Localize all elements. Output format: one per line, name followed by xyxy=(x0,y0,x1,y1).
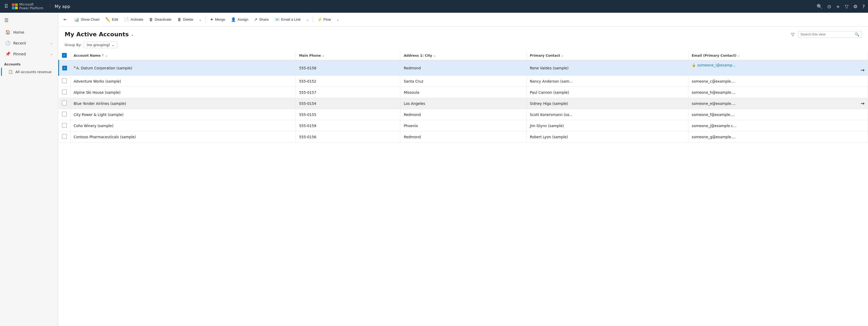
row-main-phone: 555-0157 xyxy=(296,87,401,98)
waffle-icon[interactable]: ⠿ xyxy=(3,2,9,10)
more-actions-chevron-2[interactable]: ⌄ xyxy=(304,16,311,23)
row-checkbox[interactable] xyxy=(62,78,67,83)
row-account-name: Alpine Ski House (sample) xyxy=(70,87,296,98)
assign-label: Assign xyxy=(238,18,248,22)
edit-button[interactable]: ✏️ Edit xyxy=(103,15,121,24)
circle-check-icon[interactable]: ⊙ xyxy=(827,4,831,9)
row-checkbox-cell[interactable] xyxy=(59,131,70,142)
col-account-chevron-icon: ⌄ xyxy=(105,54,107,57)
command-bar: ← 📊 Show Chart ✏️ Edit 📄 Activate 🗑 Deac… xyxy=(58,13,868,27)
row-checkbox[interactable] xyxy=(62,101,67,105)
ms-logo: MicrosoftPower Platform xyxy=(12,3,43,10)
ms-logo-grid xyxy=(12,3,18,9)
filter-icon[interactable]: ▽ xyxy=(845,4,848,9)
assign-button[interactable]: 👤 Assign xyxy=(228,15,251,24)
table-row[interactable]: Alpine Ski House (sample)555-0157Missoul… xyxy=(59,87,868,98)
activate-button[interactable]: 📄 Activate xyxy=(121,15,146,24)
col-city[interactable]: Address 1: City ⌄ xyxy=(401,51,527,60)
table-row[interactable]: ✓*A. Datum Corporation (sample)555-0158R… xyxy=(59,60,868,76)
show-chart-label: Show Chart xyxy=(81,18,100,22)
pinned-icon: 📌 xyxy=(5,52,10,56)
back-button[interactable]: ← xyxy=(60,15,70,24)
row-checkbox-cell[interactable] xyxy=(59,76,70,87)
search-inline-icon: 🔍 xyxy=(855,32,859,37)
table-row[interactable]: Contoso Pharmaceuticals (sample)555-0156… xyxy=(59,131,868,142)
row-nav-arrow[interactable]: → xyxy=(861,67,865,73)
table-row[interactable]: Coho Winery (sample)555-0159PhoenixJim G… xyxy=(59,120,868,131)
col-account-name[interactable]: Account Name ↑ ⌄ xyxy=(70,51,296,60)
settings-icon[interactable]: ⚙ xyxy=(853,4,858,9)
col-email[interactable]: Email (Primary Contact) ⌄ xyxy=(688,51,868,60)
group-by-select[interactable]: (no grouping) ⌄ xyxy=(84,41,117,48)
table-body: ✓*A. Datum Corporation (sample)555-0158R… xyxy=(59,60,868,142)
row-checkbox-cell[interactable]: ✓ xyxy=(59,60,70,76)
view-title-text: My Active Accounts xyxy=(65,31,129,38)
row-email: 🔒someone_i@examp...→ xyxy=(688,60,868,76)
select-all-header[interactable]: ✓ xyxy=(59,51,70,60)
show-chart-icon: 📊 xyxy=(74,17,79,22)
select-all-checkbox[interactable]: ✓ xyxy=(62,53,67,58)
merge-icon: ✦ xyxy=(210,17,214,22)
delete-button[interactable]: 🗑 Delete xyxy=(175,15,196,23)
merge-button[interactable]: ✦ Merge xyxy=(208,15,228,24)
share-label: Share xyxy=(259,18,269,22)
show-chart-button[interactable]: 📊 Show Chart xyxy=(71,15,102,24)
more-actions-chevron[interactable]: ⌄ xyxy=(196,16,204,23)
row-checkbox[interactable] xyxy=(62,90,67,94)
row-city: Redmond xyxy=(401,131,527,142)
plus-icon[interactable]: + xyxy=(836,4,840,9)
row-main-phone: 555-0159 xyxy=(296,120,401,131)
flow-chevron-icon[interactable]: ⌄ xyxy=(334,16,342,23)
view-title[interactable]: My Active Accounts ⌄ xyxy=(65,31,134,38)
view-filter-icon[interactable]: ▽ xyxy=(790,31,796,38)
row-checkbox[interactable]: ✓ xyxy=(62,66,67,70)
content-area: ← 📊 Show Chart ✏️ Edit 📄 Activate 🗑 Deac… xyxy=(58,13,868,326)
row-city: Phoenix xyxy=(401,120,527,131)
pinned-chevron-icon: ⌄ xyxy=(50,52,53,56)
table-row[interactable]: City Power & Light (sample)555-0155Redmo… xyxy=(59,109,868,120)
email-link-button[interactable]: 📧 Email a Link xyxy=(272,15,304,24)
top-bar: ⠿ MicrosoftPower Platform My app 🔍 ⊙ + ▽… xyxy=(0,0,868,13)
data-table-wrapper: ✓ Account Name ↑ ⌄ Main Phone xyxy=(58,51,868,326)
share-button[interactable]: ↗ Share xyxy=(251,15,271,24)
home-icon: 🏠 xyxy=(5,30,10,35)
sidebar-item-recent[interactable]: 🕐 Recent ⌄ xyxy=(1,38,57,48)
row-account-name: Adventure Works (sample) xyxy=(70,76,296,87)
row-checkbox[interactable] xyxy=(62,134,67,139)
col-primary-contact[interactable]: Primary Contact ⌄ xyxy=(527,51,688,60)
sidebar-item-home[interactable]: 🏠 Home xyxy=(1,27,57,37)
table-row[interactable]: Adventure Works (sample)555-0152Santa Cr… xyxy=(59,76,868,87)
share-icon: ↗ xyxy=(254,17,257,22)
search-box[interactable]: 🔍 xyxy=(798,31,862,38)
sidebar-sub-label: All accounts revenue xyxy=(16,70,52,74)
group-by-bar: Group By: (no grouping) ⌄ xyxy=(58,40,868,51)
col-main-phone[interactable]: Main Phone ⌄ xyxy=(296,51,401,60)
row-primary-contact: Robert Lyon (sample) xyxy=(527,131,688,142)
row-checkbox-cell[interactable] xyxy=(59,87,70,98)
col-email-label: Email (Primary Contact) xyxy=(692,54,737,58)
row-checkbox-cell[interactable] xyxy=(59,109,70,120)
flow-button[interactable]: ⚡ Flow xyxy=(315,15,334,24)
help-icon[interactable]: ? xyxy=(862,4,865,9)
row-email: someone_j@example.c... xyxy=(688,120,868,131)
sidebar-item-all-accounts[interactable]: 📋 All accounts revenue xyxy=(1,68,57,76)
row-city: Santa Cruz xyxy=(401,76,527,87)
activate-label: Activate xyxy=(131,18,143,22)
row-checkbox-cell[interactable] xyxy=(59,98,70,109)
cmd-separator-1 xyxy=(206,17,206,23)
row-nav-arrow[interactable]: → xyxy=(861,101,865,106)
row-checkbox[interactable] xyxy=(62,112,67,117)
search-input[interactable] xyxy=(801,32,853,36)
row-city: Redmond xyxy=(401,60,527,76)
row-email: someone_g@example.... xyxy=(688,131,868,142)
sidebar-item-pinned[interactable]: 📌 Pinned ⌄ xyxy=(1,49,57,59)
row-checkbox-cell[interactable] xyxy=(59,120,70,131)
row-main-phone: 555-0156 xyxy=(296,131,401,142)
search-icon[interactable]: 🔍 xyxy=(816,4,823,9)
deactivate-button[interactable]: 🗑 Deactivate xyxy=(147,15,174,23)
row-checkbox[interactable] xyxy=(62,123,67,128)
table-row[interactable]: Blue Yonder Airlines (sample)555-0154Los… xyxy=(59,98,868,109)
hamburger-icon[interactable]: ☰ xyxy=(0,15,58,26)
email-value[interactable]: someone_i@examp... xyxy=(698,63,736,67)
sidebar-section-accounts: Accounts xyxy=(0,59,58,67)
